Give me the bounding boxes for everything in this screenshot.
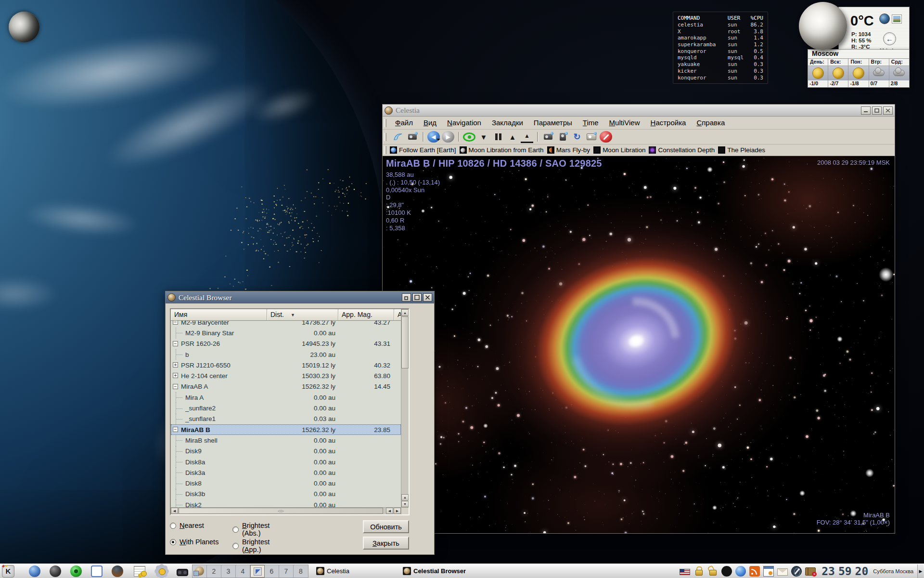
- video-capture-icon[interactable]: [406, 131, 419, 143]
- radio-icon[interactable]: [232, 526, 239, 533]
- capture-icon[interactable]: [585, 131, 598, 143]
- table-row[interactable]: MiraB shell0.00 au: [171, 435, 401, 446]
- table-row[interactable]: _sunflare10.03 au: [171, 414, 401, 424]
- table-row[interactable]: −M2-9 Barycenter14736.27 ly43.27: [171, 321, 401, 328]
- ledger-coins-icon[interactable]: [134, 566, 145, 577]
- k-menu-icon[interactable]: K: [2, 565, 14, 578]
- table-row[interactable]: Disk90.00 au: [171, 446, 401, 457]
- maximize-button[interactable]: [412, 293, 422, 302]
- time-pause-icon[interactable]: [492, 131, 504, 143]
- collapse-icon[interactable]: −: [173, 384, 178, 389]
- radio-1[interactable]: Nearest: [170, 522, 204, 529]
- desktop-cell-1[interactable]: 1: [192, 565, 207, 578]
- table-row[interactable]: +He 2-104 center15030.23 ly63.80: [171, 370, 401, 381]
- task-button[interactable]: Celestia: [313, 565, 400, 578]
- blue-orb-icon[interactable]: [29, 565, 40, 577]
- desktop-cell-4[interactable]: 4: [236, 565, 250, 578]
- bookmark[interactable]: Moon Libration: [593, 146, 645, 154]
- refresh-button[interactable]: Обновить: [363, 520, 409, 533]
- collapse-icon[interactable]: −: [173, 427, 178, 432]
- stop-icon[interactable]: [600, 131, 612, 143]
- radio-3[interactable]: With Planets: [170, 538, 218, 546]
- center-object-icon[interactable]: [463, 132, 475, 142]
- desktop-cell-6[interactable]: 6: [265, 565, 279, 578]
- close-button[interactable]: [423, 293, 432, 302]
- gear-flower-icon[interactable]: [156, 565, 167, 577]
- celestia-titlebar[interactable]: Celestia: [383, 105, 895, 117]
- real-time-icon[interactable]: ▲: [521, 131, 533, 143]
- table-row[interactable]: +PSR J1210-655015019.12 ly40.32: [171, 360, 401, 370]
- blue-sphere-icon[interactable]: [735, 566, 746, 577]
- movie-capture-icon[interactable]: [556, 131, 569, 143]
- forward-icon[interactable]: ▶: [442, 131, 454, 143]
- radio-2[interactable]: Brightest (Abs.): [232, 522, 270, 537]
- vertical-scrollbar[interactable]: ▲ ▲ ▼: [401, 309, 409, 507]
- table-row[interactable]: Mira A0.00 au: [171, 392, 401, 403]
- green-orb-icon[interactable]: [70, 565, 82, 577]
- bookmark[interactable]: Moon Libration from Earth: [460, 146, 544, 154]
- table-row[interactable]: −MiraAB A15262.32 ly14.45: [171, 381, 401, 392]
- table-row[interactable]: M2-9 Binary Star0.00 au: [171, 328, 401, 338]
- dark-globe-icon[interactable]: [112, 565, 123, 577]
- bookmark[interactable]: Constellation Depth: [649, 146, 715, 154]
- mail-icon[interactable]: [777, 568, 788, 576]
- book-close-icon[interactable]: [805, 567, 816, 576]
- column-name[interactable]: Имя: [171, 309, 267, 321]
- dark-orb-icon[interactable]: [50, 565, 61, 577]
- horizontal-scrollbar[interactable]: ◀ ◁▷ ◀ ▶: [171, 507, 401, 514]
- menu-item[interactable]: Файл: [390, 118, 418, 127]
- menu-item[interactable]: Настройка: [645, 118, 692, 127]
- column-abs-mag[interactable]: Abs.: [394, 309, 401, 321]
- table-row[interactable]: Disk80.00 au: [171, 478, 401, 488]
- desktop-cell-8[interactable]: 8: [294, 565, 308, 578]
- task-button[interactable]: Celestial Browser: [400, 565, 487, 578]
- menu-item[interactable]: Параметры: [528, 118, 578, 127]
- collapse-icon[interactable]: −: [173, 321, 178, 325]
- menu-item[interactable]: Navigation: [442, 118, 487, 127]
- scroll-right-icon[interactable]: ▶: [394, 508, 401, 514]
- scroll-left-icon[interactable]: ◀: [171, 508, 178, 514]
- panel-hide-icon[interactable]: ▶: [917, 565, 924, 578]
- globe-pen-icon[interactable]: [791, 566, 802, 577]
- table-row[interactable]: −MiraAB B15262.32 ly23.85: [171, 424, 401, 435]
- binoculars-icon[interactable]: [177, 569, 188, 576]
- table-row[interactable]: Disk3b0.00 au: [171, 489, 401, 499]
- photo-icon[interactable]: [892, 14, 902, 24]
- time-slower-icon[interactable]: ▼: [477, 131, 490, 143]
- table-row[interactable]: −PSR 1620-2614945.23 ly43.31: [171, 339, 401, 349]
- table-row[interactable]: Disk8a0.00 au: [171, 457, 401, 467]
- clock-day-city[interactable]: Суббота Москва: [873, 568, 913, 574]
- desktop-cell-2[interactable]: 2: [207, 565, 221, 578]
- column-app-mag[interactable]: App. Mag.: [338, 309, 394, 321]
- menu-item[interactable]: Time: [578, 118, 604, 127]
- column-dist[interactable]: Dist.▼: [267, 309, 338, 321]
- desktop-cell-7[interactable]: 7: [279, 565, 294, 578]
- table-row[interactable]: Disk3a0.00 au: [171, 467, 401, 478]
- menubar-handle[interactable]: [384, 119, 386, 127]
- menu-item[interactable]: Закладки: [487, 118, 528, 127]
- menu-item[interactable]: Справка: [691, 118, 730, 127]
- space-viewport[interactable]: MiraAB B / HIP 10826 / HD 14386 / SAO 12…: [383, 156, 895, 533]
- scroll-down-icon[interactable]: ▼: [401, 501, 409, 507]
- close-button[interactable]: [883, 106, 893, 115]
- kde-k-icon[interactable]: [721, 566, 732, 577]
- desktop-cell-5[interactable]: 5: [250, 565, 265, 578]
- open-swoosh-icon[interactable]: [392, 131, 404, 143]
- redo-icon[interactable]: ↻: [571, 131, 583, 143]
- taskbar-clock[interactable]: 23 59 20: [821, 565, 868, 578]
- radio-icon[interactable]: [170, 523, 176, 529]
- menu-item[interactable]: Вид: [418, 118, 442, 127]
- radio-icon[interactable]: [232, 543, 239, 549]
- keyboard-us-flag-icon[interactable]: [680, 569, 690, 575]
- bookmark[interactable]: The Pleiades: [718, 146, 765, 154]
- bookmark[interactable]: Mars Fly-by: [547, 146, 590, 154]
- toolbar-handle[interactable]: [384, 133, 386, 141]
- padlock-open-icon[interactable]: [707, 566, 718, 577]
- scroll-up-icon[interactable]: ▲: [401, 494, 409, 500]
- collapse-icon[interactable]: −: [173, 341, 178, 346]
- bookmark[interactable]: Follow Earth [Earth]: [390, 146, 456, 154]
- scrollbar-thumb[interactable]: ◁▷: [179, 508, 383, 514]
- table-row[interactable]: _sunflare20.00 au: [171, 403, 401, 413]
- desktop-cell-3[interactable]: 3: [221, 565, 236, 578]
- scroll-left-icon[interactable]: ◀: [386, 508, 393, 514]
